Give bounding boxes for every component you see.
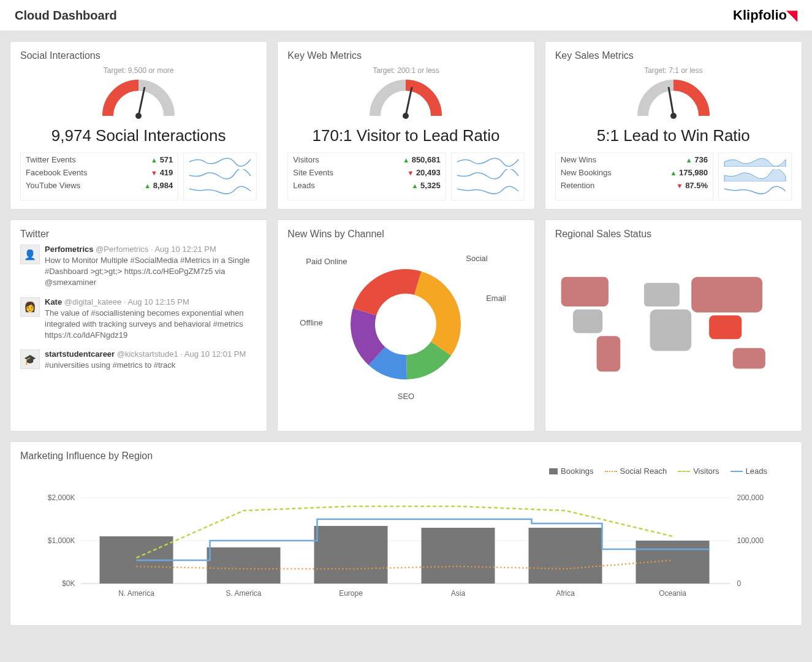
down-icon: ▼ xyxy=(677,182,683,189)
page-title: Cloud Dashboard xyxy=(15,9,117,23)
svg-line-2 xyxy=(406,87,412,116)
sparklines xyxy=(451,153,525,200)
donut-label: Paid Online xyxy=(306,257,347,266)
svg-rect-29 xyxy=(207,547,281,584)
svg-point-5 xyxy=(670,113,677,119)
avatar-icon: 🎓 xyxy=(20,349,40,369)
gauge-icon xyxy=(96,76,181,119)
svg-rect-31 xyxy=(422,528,495,584)
world-map xyxy=(555,245,792,404)
svg-text:$1,000K: $1,000K xyxy=(48,536,75,545)
metrics-table: New Wins▲ 736 New Bookings▲ 175,980 Rete… xyxy=(555,153,713,200)
avatar-icon: 👤 xyxy=(20,245,40,264)
svg-text:Oceania: Oceania xyxy=(659,589,686,598)
card-title: Key Web Metrics xyxy=(287,50,524,61)
sparkline-icon xyxy=(454,169,522,181)
svg-rect-11 xyxy=(561,277,608,306)
svg-rect-18 xyxy=(732,348,765,369)
svg-text:0: 0 xyxy=(737,579,742,588)
svg-line-0 xyxy=(138,87,145,116)
gauge-icon xyxy=(631,76,716,119)
up-icon: ▲ xyxy=(412,182,419,189)
up-icon: ▲ xyxy=(686,156,692,164)
card-regional-sales: Regional Sales Status xyxy=(545,219,802,432)
card-title: Regional Sales Status xyxy=(555,229,792,240)
card-title: Twitter xyxy=(20,229,257,240)
svg-text:100,000: 100,000 xyxy=(737,536,764,545)
card-sales-metrics: Key Sales Metrics Target: 7:1 or less 5:… xyxy=(545,41,802,210)
svg-text:$0K: $0K xyxy=(62,579,75,588)
svg-rect-12 xyxy=(573,310,602,333)
sparkline-icon xyxy=(186,184,254,196)
card-web-metrics: Key Web Metrics Target: 200:1 or less 17… xyxy=(277,41,534,210)
donut-label: SEO xyxy=(398,392,414,401)
up-icon: ▲ xyxy=(144,182,151,189)
metrics-table: Visitors▲ 850,681 Site Events▼ 20,493 Le… xyxy=(287,153,446,200)
svg-point-1 xyxy=(135,113,142,119)
gauge-target: Target: 200:1 or less xyxy=(287,66,524,75)
card-twitter: Twitter 👤 Perfometrics @Perfometrics · A… xyxy=(10,219,267,432)
donut-chart: Paid Online Social Email Offline SEO xyxy=(287,245,524,404)
sparkline-icon xyxy=(454,184,522,196)
gauge-target: Target: 7:1 or less xyxy=(555,66,792,75)
sparklines xyxy=(183,153,257,200)
svg-rect-30 xyxy=(314,526,388,584)
down-icon: ▼ xyxy=(151,169,157,177)
sparklines xyxy=(718,153,792,200)
svg-line-4 xyxy=(669,87,674,116)
svg-rect-32 xyxy=(529,528,602,584)
card-social-interactions: Social Interactions Target: 9,500 or mor… xyxy=(10,41,267,210)
svg-rect-14 xyxy=(644,283,680,306)
chart-legend: Bookings Social Reach Visitors Leads xyxy=(20,466,792,476)
card-wins-by-channel: New Wins by Channel Paid Online Social E… xyxy=(277,219,534,432)
svg-text:Asia: Asia xyxy=(451,589,466,598)
tweet[interactable]: 🎓 startstudentcareer @kickstartstude1 · … xyxy=(20,349,257,371)
donut-label: Offline xyxy=(300,318,322,327)
gauge-target: Target: 9,500 or more xyxy=(20,66,257,75)
svg-text:200,000: 200,000 xyxy=(737,493,764,502)
svg-text:Africa: Africa xyxy=(556,589,575,598)
card-title: Marketing Influence by Region xyxy=(20,451,792,462)
card-title: Key Sales Metrics xyxy=(555,50,792,61)
sparkline-icon xyxy=(454,154,522,167)
card-title: Social Interactions xyxy=(20,50,257,61)
svg-point-3 xyxy=(403,113,409,119)
sparkline-icon xyxy=(721,184,789,196)
svg-rect-17 xyxy=(709,316,742,340)
combo-chart: $2,000K $1,000K $0K 200,000 100,000 0 N.… xyxy=(20,479,792,614)
donut-label: Social xyxy=(466,254,487,263)
big-value: 170:1 Visitor to Lead Ratio xyxy=(287,126,524,145)
svg-text:N. America: N. America xyxy=(118,589,154,598)
twitter-feed[interactable]: 👤 Perfometrics @Perfometrics · Aug 10 12… xyxy=(20,245,257,422)
logo: Klipfolio◥ xyxy=(733,7,797,23)
donut-icon xyxy=(344,263,467,386)
big-value: 5:1 Lead to Win Ratio xyxy=(555,126,792,145)
avatar-icon: 👩 xyxy=(20,297,40,317)
sparkline-icon xyxy=(186,169,254,181)
gauge-icon xyxy=(363,76,449,119)
up-icon: ▲ xyxy=(670,169,677,177)
tweet[interactable]: 👤 Perfometrics @Perfometrics · Aug 10 12… xyxy=(20,245,257,289)
up-icon: ▲ xyxy=(151,156,157,164)
svg-rect-33 xyxy=(636,541,710,584)
svg-text:S. America: S. America xyxy=(226,589,261,598)
card-title: New Wins by Channel xyxy=(287,229,524,240)
up-icon: ▲ xyxy=(403,156,409,164)
svg-text:$2,000K: $2,000K xyxy=(48,493,75,502)
svg-rect-13 xyxy=(596,336,620,371)
svg-rect-15 xyxy=(650,310,691,351)
map-icon xyxy=(555,257,792,392)
header: Cloud Dashboard Klipfolio◥ xyxy=(0,0,812,31)
svg-rect-16 xyxy=(691,277,762,313)
tweet[interactable]: 👩 Kate @digital_kateee · Aug 10 12:15 PM… xyxy=(20,297,257,341)
metrics-table: Twitter Events▲ 571 Facebook Events▼ 419… xyxy=(20,153,178,200)
sparkline-icon xyxy=(186,154,254,167)
card-marketing-influence: Marketing Influence by Region Bookings S… xyxy=(10,441,802,626)
down-icon: ▼ xyxy=(407,169,414,177)
donut-label: Email xyxy=(486,294,506,303)
sparkline-icon xyxy=(721,154,789,167)
dashboard-grid: Social Interactions Target: 9,500 or mor… xyxy=(0,31,812,636)
sparkline-icon xyxy=(721,169,789,181)
big-value: 9,974 Social Interactions xyxy=(20,126,257,145)
svg-text:Europe: Europe xyxy=(339,589,363,598)
